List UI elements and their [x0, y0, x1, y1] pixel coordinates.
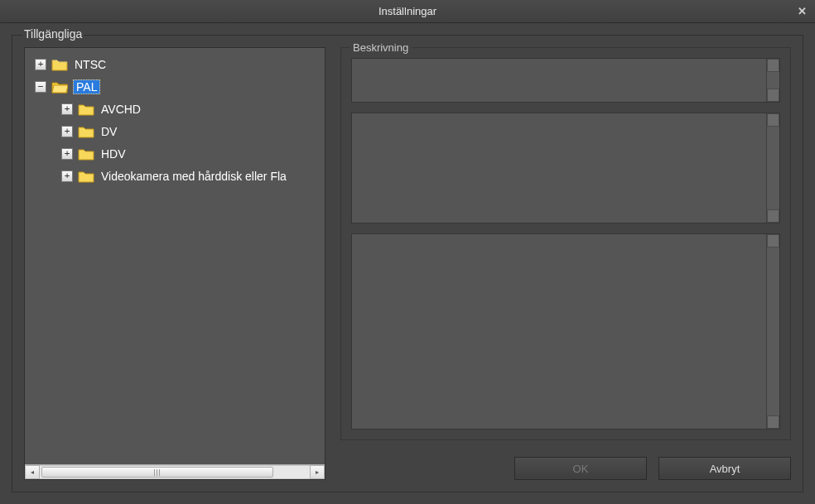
- tree-item-pal[interactable]: − PAL: [28, 75, 321, 98]
- preset-tree[interactable]: + NTSC − PAL +: [24, 47, 326, 480]
- description-box-1: [351, 58, 780, 103]
- vertical-scrollbar[interactable]: [766, 113, 779, 223]
- description-box-2: [351, 113, 780, 223]
- chevron-left-icon: ◂: [31, 468, 34, 476]
- description-content-2: [352, 113, 766, 223]
- horizontal-scrollbar[interactable]: ◂ ▸: [25, 464, 325, 479]
- scroll-track[interactable]: [40, 465, 310, 479]
- tree-item-label: AVCHD: [99, 103, 142, 116]
- tree-item-ntsc[interactable]: + NTSC: [28, 53, 321, 75]
- chevron-right-icon: ▸: [316, 468, 319, 476]
- tree-item-hdv[interactable]: + HDV: [28, 142, 321, 165]
- folder-icon: [78, 125, 94, 138]
- tree-item-label: DV: [99, 125, 118, 138]
- scroll-up-button[interactable]: [767, 59, 779, 72]
- columns: + NTSC − PAL +: [24, 47, 791, 480]
- description-content-3: [352, 234, 766, 429]
- description-content-1: [352, 59, 766, 102]
- vertical-scrollbar[interactable]: [766, 234, 779, 429]
- tree-body: + NTSC − PAL +: [25, 48, 325, 464]
- expand-icon[interactable]: +: [61, 126, 73, 137]
- tree-item-label: NTSC: [73, 58, 108, 71]
- scroll-thumb[interactable]: [41, 467, 273, 478]
- window-title: Inställningar: [379, 5, 436, 17]
- cancel-button[interactable]: Avbryt: [658, 457, 791, 480]
- expand-icon[interactable]: +: [61, 103, 73, 115]
- scroll-down-button[interactable]: [767, 209, 779, 223]
- expand-icon[interactable]: +: [35, 59, 46, 70]
- description-group: Beskrivning: [340, 47, 791, 440]
- collapse-icon[interactable]: −: [35, 81, 46, 93]
- tree-item-label: HDV: [99, 147, 128, 161]
- expand-icon[interactable]: +: [61, 148, 73, 160]
- folder-icon: [51, 58, 68, 71]
- expand-icon[interactable]: +: [61, 170, 73, 182]
- description-label: Beskrivning: [350, 41, 412, 54]
- close-icon: ✕: [798, 5, 807, 17]
- folder-open-icon: [51, 80, 68, 94]
- tree-item-dv[interactable]: + DV: [28, 120, 321, 142]
- scroll-left-button[interactable]: ◂: [25, 465, 40, 479]
- ok-button[interactable]: OK: [514, 457, 647, 480]
- tree-item-label: Videokamera med hårddisk eller Fla: [99, 170, 288, 183]
- right-column: Beskrivning: [340, 47, 791, 480]
- folder-icon: [78, 147, 94, 161]
- scroll-down-button[interactable]: [767, 89, 779, 102]
- folder-icon: [78, 103, 94, 116]
- vertical-scrollbar[interactable]: [766, 59, 779, 102]
- scroll-down-button[interactable]: [767, 415, 779, 429]
- tree-item-label: PAL: [73, 79, 100, 94]
- available-label: Tillgängliga: [22, 27, 84, 41]
- scroll-right-button[interactable]: ▸: [310, 465, 325, 479]
- close-button[interactable]: ✕: [793, 3, 810, 18]
- tree-item-avchd[interactable]: + AVCHD: [28, 98, 321, 120]
- button-row: OK Avbryt: [340, 457, 791, 480]
- scroll-up-button[interactable]: [767, 234, 779, 247]
- tree-item-hdd-camera[interactable]: + Videokamera med hårddisk eller Fla: [28, 165, 321, 187]
- main-panel: Tillgängliga + NTSC − PAL: [12, 35, 803, 492]
- scroll-up-button[interactable]: [767, 113, 779, 127]
- titlebar: Inställningar ✕: [0, 0, 815, 23]
- description-box-3: [351, 233, 780, 430]
- folder-icon: [78, 170, 94, 183]
